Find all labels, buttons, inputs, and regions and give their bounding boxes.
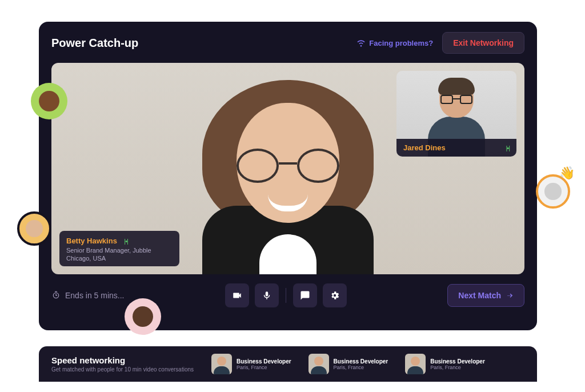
main-speaker-overlay: Betty Hawkins |•| Senior Brand Manager, … [59, 231, 179, 266]
pip-speaker-name: Jared Dines [403, 143, 446, 152]
pip-name-bar: Jared Dines |•| [396, 139, 516, 157]
facing-problems-label: Facing problems? [369, 39, 433, 47]
main-speaker-title: Senior Brand Manager, Jubble [66, 247, 173, 254]
camera-icon [232, 290, 242, 301]
chat-icon [300, 290, 310, 301]
floating-avatar [125, 298, 161, 335]
settings-button[interactable] [323, 283, 347, 307]
speed-networking-strip: Speed networking Get matched with people… [39, 346, 537, 382]
wave-emoji-icon: 👋 [559, 166, 575, 181]
match-card[interactable]: Business Developer Paris, France [211, 354, 291, 374]
pip-video[interactable]: Jared Dines |•| [396, 71, 516, 157]
speaking-indicator-icon: |•| [124, 238, 128, 245]
main-speaker-illustration [157, 63, 419, 274]
chat-button[interactable] [293, 283, 317, 307]
exit-networking-button[interactable]: Exit Networking [442, 32, 524, 54]
avatar [405, 354, 426, 374]
main-speaker-name: Betty Hawkins [66, 237, 117, 245]
facing-problems-link[interactable]: Facing problems? [356, 38, 433, 47]
gear-icon [330, 290, 340, 301]
avatar [308, 354, 329, 374]
networking-window: Power Catch-up Facing problems? Exit Net… [39, 22, 537, 330]
arrow-right-icon [506, 291, 514, 299]
controls-divider [286, 288, 286, 303]
match-location: Paris, France [237, 365, 291, 370]
match-card[interactable]: Business Developer Paris, France [308, 354, 388, 374]
floating-avatar [17, 211, 51, 246]
floating-avatar [31, 83, 67, 119]
match-card[interactable]: Business Developer Paris, France [405, 354, 485, 374]
page-title: Power Catch-up [51, 37, 138, 50]
strip-subtitle: Get matched with people for 10 min video… [51, 366, 194, 373]
timer-label: Ends in 5 mins... [65, 291, 125, 300]
next-match-label: Next Match [458, 291, 501, 300]
window-header: Power Catch-up Facing problems? Exit Net… [51, 32, 524, 54]
mic-toggle-button[interactable] [255, 283, 279, 307]
match-location: Paris, France [334, 365, 388, 370]
next-match-button[interactable]: Next Match [447, 284, 524, 307]
header-actions: Facing problems? Exit Networking [356, 32, 524, 54]
call-controls [225, 283, 347, 307]
avatar [211, 354, 232, 374]
call-footer: Ends in 5 mins... Next Match [51, 283, 524, 307]
stopwatch-icon [51, 291, 61, 300]
match-location: Paris, France [430, 365, 485, 370]
match-role: Business Developer [430, 358, 485, 365]
main-video: Betty Hawkins |•| Senior Brand Manager, … [51, 63, 524, 274]
match-role: Business Developer [237, 358, 291, 365]
strip-heading: Speed networking Get matched with people… [51, 355, 194, 373]
call-timer: Ends in 5 mins... [51, 291, 125, 300]
main-speaker-location: Chicago, USA [66, 255, 173, 262]
wifi-icon [356, 38, 366, 47]
microphone-icon [262, 290, 272, 301]
match-role: Business Developer [334, 358, 388, 365]
camera-toggle-button[interactable] [225, 283, 249, 307]
speaking-indicator-icon: |•| [506, 145, 510, 151]
strip-title: Speed networking [51, 355, 194, 365]
